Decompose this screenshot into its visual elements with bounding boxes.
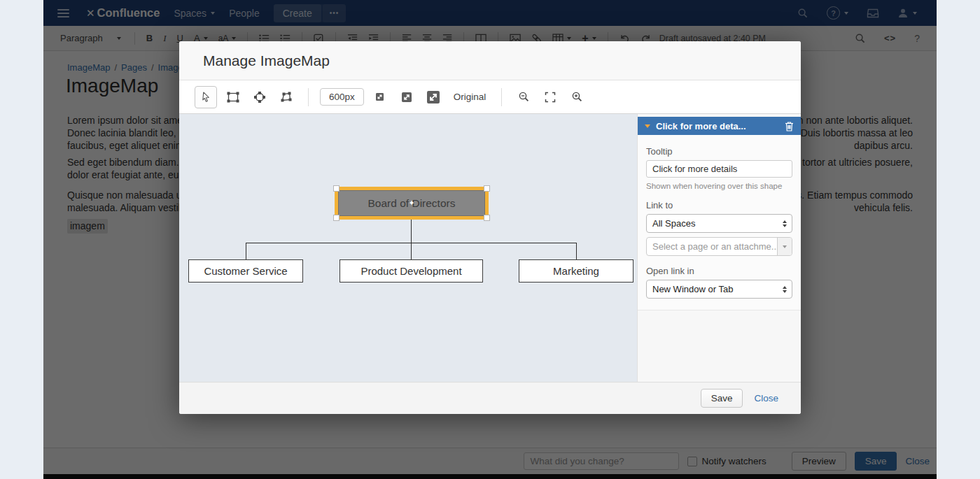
shape-panel-title: Click for more deta...	[656, 121, 746, 131]
dialog-body: Board of Directors ✦ Customer Service Pr…	[179, 114, 801, 382]
zoom-out-icon	[518, 91, 530, 103]
rectangle-shape-tool[interactable]	[223, 87, 244, 108]
shape-settings-panel: Click for more deta... Tooltip Shown whe…	[637, 114, 801, 382]
resize-small-button[interactable]	[370, 87, 391, 108]
connector-line	[246, 243, 246, 259]
delete-shape-button[interactable]	[785, 121, 794, 131]
resize-handle[interactable]	[484, 215, 490, 221]
open-link-value: New Window or Tab	[652, 284, 733, 294]
shape-panel-form: Tooltip Shown when hovering over this sh…	[638, 135, 801, 310]
caret-down-icon	[783, 245, 787, 250]
page-picker-dropdown-button[interactable]	[777, 238, 792, 255]
select-arrows-icon	[783, 284, 787, 295]
open-link-label: Open link in	[646, 266, 792, 276]
toolbar-divider	[501, 88, 502, 106]
zoom-out-button[interactable]	[513, 87, 534, 108]
page-picker-placeholder: Select a page or an attachme...	[647, 238, 777, 255]
image-size-button[interactable]: 600px	[320, 88, 364, 106]
connector-line	[411, 220, 412, 243]
toolbar-divider	[308, 88, 309, 106]
shape-overlay[interactable]: Board of Directors ✦	[338, 190, 485, 216]
resize-medium-icon	[402, 92, 412, 102]
resize-handle[interactable]	[333, 215, 340, 221]
link-to-label: Link to	[646, 200, 792, 210]
caret-down-icon	[645, 124, 650, 131]
select-tool-button[interactable]	[195, 86, 217, 108]
page-picker-combobox[interactable]: Select a page or an attachme...	[646, 237, 792, 256]
resize-handle[interactable]	[484, 185, 490, 192]
rectangle-icon	[227, 92, 239, 103]
select-arrows-icon	[783, 218, 787, 229]
cursor-icon	[201, 92, 211, 103]
tooltip-field-label: Tooltip	[646, 146, 792, 157]
tooltip-help-text: Shown when hovering over this shape	[646, 182, 792, 190]
zoom-in-icon	[571, 91, 583, 103]
tooltip-input[interactable]	[646, 160, 792, 178]
resize-handle[interactable]	[333, 185, 340, 192]
selected-imagemap-shape[interactable]: Board of Directors ✦	[335, 187, 489, 220]
polygon-shape-tool[interactable]	[276, 87, 297, 108]
manage-imagemap-dialog: Manage ImageMap	[179, 41, 801, 414]
shape-panel-header[interactable]: Click for more deta...	[638, 117, 801, 135]
fit-to-screen-button[interactable]	[540, 87, 561, 108]
circle-icon	[253, 91, 266, 103]
resize-medium-button[interactable]	[396, 87, 417, 108]
original-size-button[interactable]: Original	[454, 92, 486, 102]
zoom-in-button[interactable]	[566, 87, 587, 108]
fit-screen-icon	[545, 92, 556, 103]
dialog-save-button[interactable]: Save	[701, 389, 743, 408]
connector-line	[576, 243, 577, 259]
dialog-footer: Save Close	[179, 382, 801, 414]
resize-large-icon	[427, 91, 440, 103]
trash-icon	[785, 121, 794, 131]
resize-small-icon	[376, 93, 384, 101]
imagemap-canvas[interactable]: Board of Directors ✦ Customer Service Pr…	[179, 114, 637, 382]
shape-center-marker-icon: ✦	[408, 199, 414, 208]
org-box-marketing: Marketing	[519, 259, 634, 283]
dialog-title: Manage ImageMap	[203, 52, 330, 69]
link-to-select[interactable]: All Spaces	[646, 214, 792, 233]
resize-large-button[interactable]	[423, 87, 444, 108]
org-box-product-development: Product Development	[340, 259, 483, 283]
dialog-header: Manage ImageMap	[179, 41, 801, 80]
browser-window: ✕ Confluence Spaces People Create ••• ?	[43, 0, 937, 479]
org-box-customer-service: Customer Service	[188, 259, 303, 283]
link-to-value: All Spaces	[652, 218, 695, 229]
polygon-icon	[280, 91, 293, 103]
imagemap-toolbar: 600px Original	[179, 80, 801, 114]
open-link-select[interactable]: New Window or Tab	[646, 280, 792, 299]
circle-shape-tool[interactable]	[249, 87, 270, 108]
connector-line	[411, 243, 412, 259]
dialog-close-link[interactable]: Close	[754, 393, 778, 403]
